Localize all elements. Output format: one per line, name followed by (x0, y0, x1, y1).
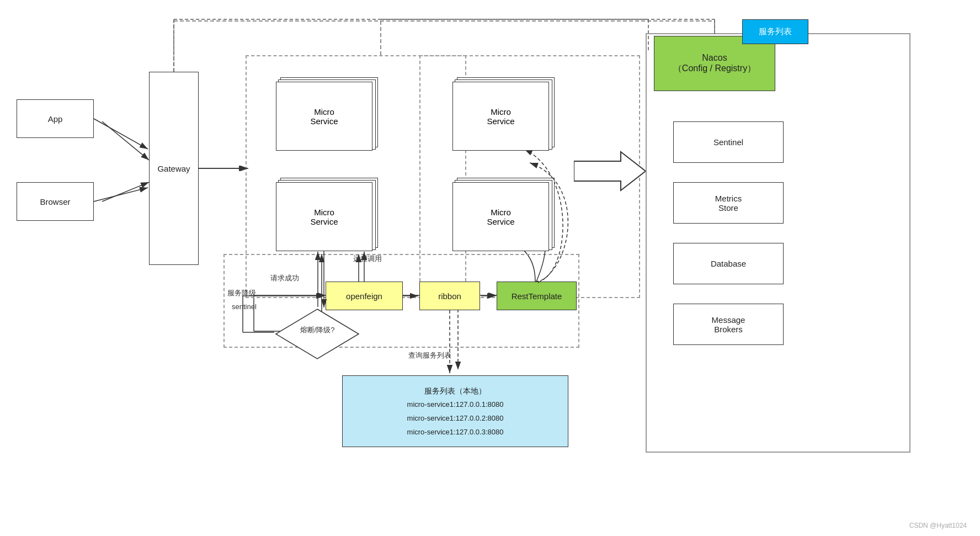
sentinel-label-right: Sentinel (713, 137, 743, 147)
svg-marker-21 (574, 152, 646, 190)
local-service-list-box: 服务列表（本地） micro-service1:127.0.0.1:8080 m… (342, 375, 568, 447)
diamond-container: 熔断/降级? (273, 306, 361, 362)
app-label: App (48, 114, 63, 124)
database-box: Database (673, 243, 784, 284)
nacos-box: Nacos （Config / Registry） (654, 36, 775, 91)
svg-line-2 (102, 121, 149, 160)
svg-marker-19 (276, 309, 359, 359)
microservice3-box: Micro Service (276, 182, 372, 251)
message-brokers-label: Message Brokers (712, 315, 745, 334)
browser-label: Browser (40, 197, 70, 206)
microservice2-stack: Micro Service (452, 82, 549, 151)
big-arrow-svg (574, 149, 646, 193)
openfeign-label: openfeign (346, 291, 382, 301)
local-service-list-entry3: micro-service1:127.0.0.3:8080 (407, 427, 504, 438)
watermark: CSDN @Hyatt1024 (909, 522, 967, 529)
gateway-box: Gateway (149, 72, 199, 265)
svg-line-3 (102, 182, 149, 201)
microservice4-label: Micro Service (487, 208, 514, 226)
service-degradation-label: 服务降级 (227, 288, 256, 298)
microservice1-stack: Micro Service (276, 82, 372, 151)
ribbon-box: ribbon (419, 282, 480, 310)
microservice3-label: Micro Service (310, 208, 338, 226)
sentinel-text-label: sentinel (232, 303, 257, 311)
big-arrow (574, 149, 646, 195)
diamond-svg: 熔断/降级? (273, 306, 361, 362)
metrics-store-box: Metrics Store (673, 182, 784, 224)
resttemplate-box: RestTemplate (497, 282, 577, 310)
microservice4-box: Micro Service (452, 182, 549, 251)
nacos-label: Nacos （Config / Registry） (673, 53, 756, 75)
gateway-label: Gateway (157, 164, 190, 173)
service-list-badge-label: 服务列表 (759, 26, 792, 37)
ribbon-label: ribbon (438, 291, 461, 301)
message-brokers-box: Message Brokers (673, 304, 784, 345)
microservice1-label: Micro Service (310, 107, 338, 126)
local-service-list-entry2: micro-service1:127.0.0.2:8080 (407, 413, 504, 424)
diagram: App Browser Gateway Micro Service Micro … (0, 0, 980, 536)
browser-box: Browser (17, 182, 94, 221)
app-box: App (17, 99, 94, 138)
microservice4-stack: Micro Service (452, 182, 549, 251)
resttemplate-label: RestTemplate (512, 291, 562, 301)
microservice1-box: Micro Service (276, 82, 372, 151)
database-label: Database (711, 259, 746, 268)
local-service-list-label: 服务列表（本地） (424, 385, 486, 397)
service-list-badge: 服务列表 (742, 19, 808, 44)
microservice2-box: Micro Service (452, 82, 549, 151)
remote-call-label: 远程调用 (353, 254, 382, 264)
metrics-store-label: Metrics Store (715, 194, 742, 213)
microservice2-label: Micro Service (487, 107, 514, 126)
microservice3-stack: Micro Service (276, 182, 372, 251)
request-success-label: 请求成功 (270, 273, 299, 283)
query-service-list-label: 查询服务列表 (408, 351, 451, 360)
svg-text:熔断/降级?: 熔断/降级? (300, 326, 335, 334)
local-service-list-entry1: micro-service1:127.0.0.1:8080 (407, 399, 504, 411)
svg-line-22 (94, 119, 148, 149)
svg-line-23 (94, 188, 148, 201)
sentinel-box: Sentinel (673, 121, 784, 163)
